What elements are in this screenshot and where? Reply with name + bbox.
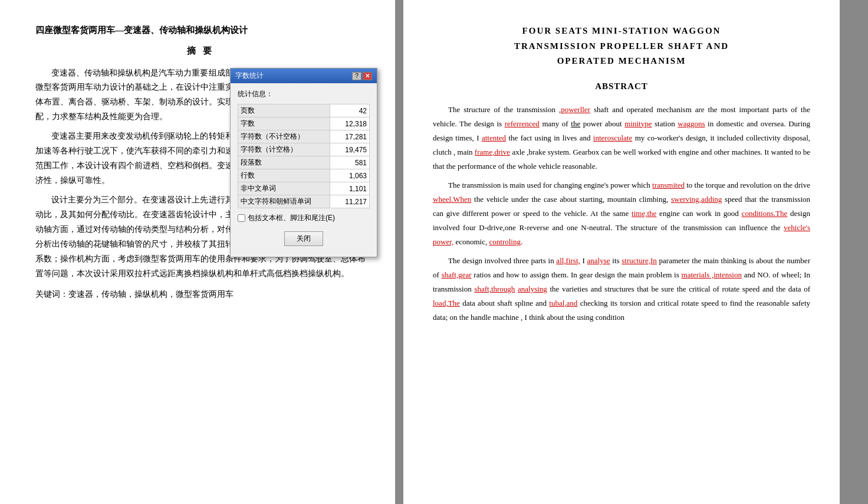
spell-error-8: transmited [652, 181, 685, 189]
stats-value: 17,281 [330, 130, 370, 143]
keywords-value: 变速器，传动轴，操纵机构，微型客货两用车 [68, 290, 234, 299]
abstract-heading-zh: 摘 要 [35, 43, 366, 59]
stats-row: 页数42 [238, 104, 370, 117]
title-zh: 四座微型客货两用车—变速器、传动轴和操纵机构设计 [35, 24, 366, 37]
paragraph-en-2: The transmission is main used for changi… [433, 178, 810, 249]
stats-value: 12,318 [330, 117, 370, 130]
spell-error-17: structure,In [622, 256, 657, 265]
spell-error-10: swerving,adding [671, 195, 722, 204]
stats-row: 字数12,318 [238, 117, 370, 130]
spell-error-4: waggons [678, 119, 705, 128]
spell-error-2: referrenced [505, 119, 540, 128]
title-en: FOUR SEATS MINI-STATION WAGGON TRANSMISS… [433, 24, 810, 69]
stats-value: 581 [330, 156, 370, 169]
right-page: FOUR SEATS MINI-STATION WAGGON TRANSMISS… [403, 0, 840, 504]
stats-row: 段落数581 [238, 156, 370, 169]
spell-error-9: wheel.When [433, 195, 471, 204]
stats-value: 11,217 [330, 195, 370, 208]
spell-error-3: minitype [624, 119, 652, 128]
dialog-titlebar: 字数统计 ? ✕ [231, 68, 377, 83]
stats-row: 字符数（不计空格）17,281 [238, 130, 370, 143]
titlebar-buttons: ? ✕ [352, 72, 372, 80]
spell-error-15: all,first, [556, 256, 580, 265]
dialog-close-button[interactable]: ✕ [363, 72, 372, 80]
checkbox-label: 包括文本框、脚注和尾注(E) [248, 213, 335, 223]
stats-section-label: 统计信息： [238, 89, 370, 99]
stats-row: 中文字符和朝鲜语单词11,217 [238, 195, 370, 208]
close-dialog-button[interactable]: 关闭 [284, 231, 323, 246]
grammar-1: the [571, 119, 580, 128]
stats-value: 1,101 [330, 182, 370, 195]
title-en-line1: FOUR SEATS MINI-STATION WAGGON [433, 24, 810, 39]
spell-error-23: tubal,and [549, 299, 577, 307]
spell-error-6: interosculate [593, 133, 632, 142]
spell-error-20: shaft,through [474, 284, 515, 293]
dialog-body: 统计信息： 页数42字数12,318字符数（不计空格）17,281字符数（计空格… [231, 83, 377, 257]
page-divider [397, 0, 401, 504]
stats-label: 字符数（计空格） [238, 143, 330, 156]
stats-label: 中文字符和朝鲜语单词 [238, 195, 330, 208]
stats-row: 行数1,063 [238, 169, 370, 182]
stats-value: 42 [330, 104, 370, 117]
stats-value: 1,063 [330, 169, 370, 182]
stats-value: 19,475 [330, 143, 370, 156]
title-en-line3: OPERATED MECHANISM [433, 54, 810, 69]
spell-error-16: analyse [587, 256, 610, 265]
include-checkbox-row: 包括文本框、脚注和尾注(E) [238, 213, 370, 223]
stats-label: 非中文单词 [238, 182, 330, 195]
spell-error-21: analysing [518, 284, 547, 293]
dialog-title: 字数统计 [235, 71, 264, 81]
spell-error-5: attented [482, 133, 506, 142]
stats-table: 页数42字数12,318字符数（不计空格）17,281字符数（计空格）19,47… [238, 104, 370, 208]
stats-label: 页数 [238, 104, 330, 117]
help-button[interactable]: ? [352, 72, 361, 80]
stats-label: 行数 [238, 169, 330, 182]
stats-label: 段落数 [238, 156, 330, 169]
paragraph-en-1: The structure of the transmission ,power… [433, 103, 810, 174]
word-count-dialog[interactable]: 字数统计 ? ✕ 统计信息： 页数42字数12,318字符数（不计空格）17,2… [230, 68, 377, 257]
spell-error-22: load,The [433, 299, 460, 307]
spell-error-1: powerller [561, 105, 590, 114]
document-area: 四座微型客货两用车—变速器、传动轴和操纵机构设计 摘 要 变速器、传动轴和操纵机… [0, 0, 868, 504]
spell-error-19: materials ,intension [682, 270, 742, 279]
include-textbox-checkbox[interactable] [238, 214, 245, 222]
stats-row: 字符数（计空格）19,475 [238, 143, 370, 156]
spell-error-11: time,the [632, 209, 656, 218]
paragraph-en-3: The design involved three parts in all,f… [433, 254, 810, 325]
stats-label: 字符数（不计空格） [238, 130, 330, 143]
abstract-heading-en: ABSTRACT [433, 78, 810, 94]
stats-label: 字数 [238, 117, 330, 130]
spell-error-18: shaft,gear [442, 270, 472, 279]
spell-error-7: frame,drive [475, 148, 510, 156]
spell-error-14: controling [489, 237, 521, 246]
spell-error-12: conditions.The [742, 209, 788, 218]
dialog-footer: 关闭 [238, 228, 370, 251]
stats-row: 非中文单词1,101 [238, 182, 370, 195]
keywords-section: 关键词：变速器，传动轴，操纵机构，微型客货两用车 [35, 287, 366, 302]
keywords-label: 关键词： [35, 290, 68, 299]
title-en-line2: TRANSMISSION PROPELLER SHAFT AND [433, 39, 810, 54]
